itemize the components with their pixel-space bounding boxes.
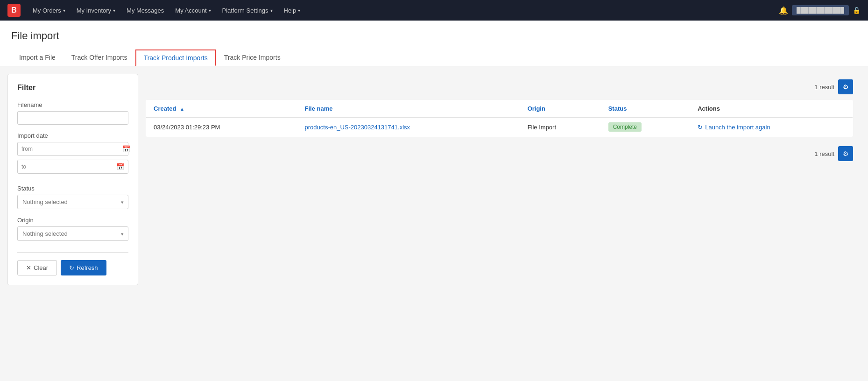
relaunch-icon: ↻	[698, 124, 703, 131]
imports-table: Created ▲ File name Origin Status Action…	[146, 100, 853, 137]
main-container: Filter Filename Import date from 📅 to 📅 …	[0, 66, 868, 381]
col-origin[interactable]: Origin	[520, 100, 601, 118]
results-count-top: 1 result	[814, 84, 834, 91]
table-row: 03/24/2023 01:29:23 PM products-en_US-20…	[146, 117, 853, 137]
status-select-wrap: Nothing selected ▾	[17, 195, 128, 209]
date-to-wrap: to 📅	[17, 160, 128, 174]
cell-origin: File Import	[520, 117, 601, 137]
top-nav: B My Orders ▾ My Inventory ▾ My Messages…	[0, 0, 868, 21]
calendar-icon[interactable]: 📅	[119, 142, 134, 155]
filter-status-group: Status Nothing selected ▾	[17, 185, 128, 209]
origin-select-wrap: Nothing selected ▾	[17, 226, 128, 241]
filter-panel: Filter Filename Import date from 📅 to 📅 …	[7, 74, 138, 285]
results-header-bottom: 1 result ⚙	[146, 141, 853, 167]
chevron-down-icon: ▾	[270, 8, 273, 13]
cell-created: 03/24/2023 01:29:23 PM	[146, 117, 297, 137]
col-status[interactable]: Status	[601, 100, 691, 118]
nav-my-account[interactable]: My Account ▾	[170, 0, 215, 21]
user-menu[interactable]: ████████████	[792, 5, 849, 15]
import-date-label: Import date	[17, 132, 128, 139]
filter-title: Filter	[17, 84, 128, 92]
date-from-wrap: from 📅	[17, 142, 128, 156]
nav-platform-settings[interactable]: Platform Settings ▾	[218, 0, 277, 21]
status-select[interactable]: Nothing selected	[17, 195, 128, 209]
nav-my-orders[interactable]: My Orders ▾	[28, 0, 70, 21]
results-header-top: 1 result ⚙	[146, 74, 853, 100]
filter-import-date-group: Import date from 📅 to 📅	[17, 132, 128, 177]
chevron-down-icon: ▾	[209, 8, 211, 13]
filter-origin-group: Origin Nothing selected ▾	[17, 217, 128, 241]
status-badge: Complete	[608, 122, 642, 132]
calendar-icon-to[interactable]: 📅	[113, 160, 128, 173]
chevron-down-icon: ▾	[63, 8, 65, 13]
nav-my-inventory[interactable]: My Inventory ▾	[72, 0, 120, 21]
clear-button[interactable]: ✕ Clear	[17, 260, 57, 275]
filter-filename-group: Filename	[17, 101, 128, 125]
launch-import-link[interactable]: ↻ Launch the import again	[698, 124, 845, 131]
logo: B	[7, 4, 21, 17]
tab-bar: Import a File Track Offer Imports Track …	[11, 49, 857, 66]
page-title: File import	[11, 30, 857, 42]
bell-icon[interactable]: 🔔	[779, 6, 788, 15]
status-label: Status	[17, 185, 128, 192]
page-header: File import Import a File Track Offer Im…	[0, 21, 868, 66]
col-created[interactable]: Created ▲	[146, 100, 297, 118]
settings-button-bottom[interactable]: ⚙	[838, 146, 853, 161]
results-panel: 1 result ⚙ Created ▲ File name Origin	[138, 74, 861, 379]
chevron-down-icon: ▾	[113, 8, 115, 13]
gear-icon-bottom: ⚙	[843, 150, 849, 157]
refresh-icon: ↻	[69, 264, 74, 271]
gear-icon: ⚙	[843, 83, 849, 91]
col-filename[interactable]: File name	[297, 100, 520, 118]
lock-icon[interactable]: 🔒	[853, 7, 861, 14]
to-label: to	[18, 161, 30, 173]
from-label: from	[18, 143, 36, 155]
tab-track-product-imports[interactable]: Track Product Imports	[135, 49, 216, 66]
nav-my-messages[interactable]: My Messages	[122, 0, 169, 21]
sort-asc-icon: ▲	[180, 106, 184, 112]
times-icon: ✕	[26, 264, 31, 271]
tab-track-price-imports[interactable]: Track Price Imports	[216, 49, 289, 66]
settings-button-top[interactable]: ⚙	[838, 79, 853, 94]
results-count-bottom: 1 result	[814, 150, 834, 157]
cell-actions: ↻ Launch the import again	[690, 117, 853, 137]
tab-track-offer-imports[interactable]: Track Offer Imports	[64, 49, 135, 66]
col-actions: Actions	[690, 100, 853, 118]
table-header-row: Created ▲ File name Origin Status Action…	[146, 100, 853, 118]
date-from-input[interactable]	[36, 143, 119, 155]
filename-input[interactable]	[17, 111, 128, 125]
filter-buttons: ✕ Clear ↻ Refresh	[17, 252, 128, 275]
nav-help[interactable]: Help ▾	[279, 0, 305, 21]
origin-select[interactable]: Nothing selected	[17, 226, 128, 241]
filename-label: Filename	[17, 101, 128, 108]
refresh-button[interactable]: ↻ Refresh	[61, 260, 106, 275]
nav-right: 🔔 ████████████ 🔒	[779, 5, 861, 15]
cell-status: Complete	[601, 117, 691, 137]
cell-filename: products-en_US-20230324131741.xlsx	[297, 117, 520, 137]
chevron-down-icon: ▾	[298, 8, 300, 13]
date-to-input[interactable]	[30, 161, 113, 173]
origin-label: Origin	[17, 217, 128, 224]
tab-import-a-file[interactable]: Import a File	[11, 49, 64, 66]
file-link[interactable]: products-en_US-20230324131741.xlsx	[305, 124, 410, 131]
